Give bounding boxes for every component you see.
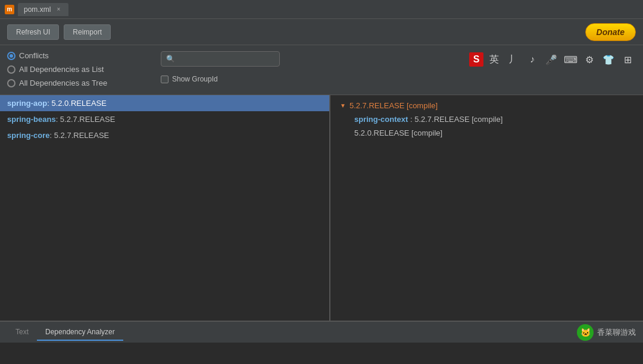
reimport-button[interactable]: Reimport <box>64 24 111 40</box>
bottom-bar: Text Dependency Analyzer 🐱 香菜聊游戏 <box>0 321 643 343</box>
show-groupid-label: Show GroupId <box>172 75 218 83</box>
left-panel: spring-aop : 5.2.0.RELEASE spring-beans … <box>0 95 330 321</box>
tree-root-label: 5.2.7.RELEASE [compile] <box>349 101 438 110</box>
radio-list[interactable]: All Dependencies as List <box>7 65 107 74</box>
view-mode-radio-group: Conflicts All Dependencies as List All D… <box>7 51 107 87</box>
app-icon: m <box>5 5 14 14</box>
stroke-icon[interactable]: 丿 <box>505 51 522 68</box>
refresh-ui-button[interactable]: Refresh UI <box>7 24 59 40</box>
radio-circle-list <box>7 65 15 74</box>
show-groupid-checkbox[interactable] <box>161 76 168 83</box>
options-bar: Conflicts All Dependencies as List All D… <box>0 45 643 95</box>
tab-dependency-analyzer[interactable]: Dependency Analyzer <box>37 324 123 341</box>
radio-circle-tree <box>7 79 15 87</box>
tree-child-item[interactable]: spring-context : 5.2.7.RELEASE [compile] <box>335 112 638 126</box>
item-name: spring-beans <box>7 115 56 124</box>
donate-button[interactable]: Donate <box>585 23 636 41</box>
bottom-tabs: Text Dependency Analyzer <box>7 324 123 341</box>
list-item[interactable]: spring-beans : 5.2.7.RELEASE <box>0 111 329 127</box>
icon-toolbar: S 英 丿 ♪ 🎤 ⌨ ⚙ 👕 ⊞ <box>469 51 636 68</box>
item-name: spring-core <box>7 131 50 140</box>
tree-child-name: spring-context <box>354 115 408 124</box>
wechat-icon: 🐱 <box>577 324 594 341</box>
right-panel: ▼ 5.2.7.RELEASE [compile] spring-context… <box>330 95 643 321</box>
radio-label-list: All Dependencies as List <box>19 65 104 74</box>
grid-icon[interactable]: ⊞ <box>619 51 636 68</box>
keyboard-icon[interactable]: ⌨ <box>562 51 579 68</box>
search-icon: 🔍 <box>166 55 175 63</box>
music-icon[interactable]: ♪ <box>524 51 541 68</box>
list-item[interactable]: spring-core : 5.2.7.RELEASE <box>0 127 329 143</box>
tree-root-item[interactable]: ▼ 5.2.7.RELEASE [compile] <box>335 99 638 112</box>
radio-tree[interactable]: All Dependencies as Tree <box>7 79 107 87</box>
tab-text[interactable]: Text <box>7 324 37 341</box>
toolbar-left: Refresh UI Reimport <box>7 24 111 40</box>
search-input[interactable] <box>177 55 274 63</box>
search-box[interactable]: 🔍 <box>161 51 280 67</box>
toolbar: Refresh UI Reimport Donate <box>0 19 643 45</box>
main-content: spring-aop : 5.2.0.RELEASE spring-beans … <box>0 95 643 321</box>
item-version: : 5.2.7.RELEASE <box>56 115 116 124</box>
item-version: : 5.2.7.RELEASE <box>50 131 110 140</box>
shirt-icon[interactable]: 👕 <box>600 51 617 68</box>
mic-icon[interactable]: 🎤 <box>543 51 560 68</box>
settings-icon[interactable]: ⚙ <box>581 51 598 68</box>
radio-conflicts[interactable]: Conflicts <box>7 51 107 60</box>
title-bar: m pom.xml × <box>0 0 643 19</box>
file-tab[interactable]: pom.xml × <box>18 3 68 16</box>
tree-child-version: : 5.2.7.RELEASE [compile] <box>410 115 502 124</box>
tab-close-button[interactable]: × <box>54 5 63 14</box>
show-groupid-area: Show GroupId <box>161 75 218 83</box>
list-item[interactable]: spring-aop : 5.2.0.RELEASE <box>0 95 329 111</box>
bottom-right: 🐱 香菜聊游戏 <box>577 324 636 341</box>
s-logo-icon[interactable]: S <box>469 52 483 67</box>
tree-arrow-icon: ▼ <box>340 102 346 109</box>
tab-label: pom.xml <box>24 5 51 14</box>
item-name: spring-aop <box>7 99 47 108</box>
radio-label-tree: All Dependencies as Tree <box>19 79 107 87</box>
item-version: : 5.2.0.RELEASE <box>47 99 107 108</box>
english-icon[interactable]: 英 <box>486 51 502 68</box>
radio-label-conflicts: Conflicts <box>19 51 49 60</box>
radio-circle-conflicts <box>7 52 15 60</box>
watermark-text: 香菜聊游戏 <box>597 327 636 338</box>
tree-leaf-item[interactable]: 5.2.0.RELEASE [compile] <box>335 126 638 140</box>
